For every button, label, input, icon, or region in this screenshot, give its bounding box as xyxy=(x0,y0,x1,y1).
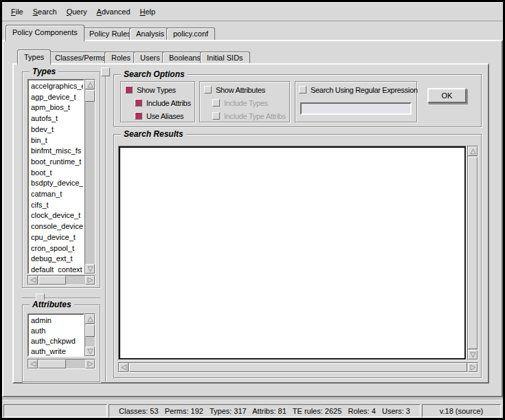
menu-search[interactable]: Search xyxy=(28,3,62,21)
scroll-up-icon xyxy=(470,148,476,155)
scroll-left-button[interactable] xyxy=(28,360,38,368)
include-attribs-checkbox[interactable]: Include Attribs xyxy=(135,98,191,107)
menu-help[interactable]: Help xyxy=(135,3,161,21)
list-item[interactable]: apm_bios_t xyxy=(31,102,83,113)
regex-checkbox[interactable]: Search Using Regular Expression xyxy=(299,85,418,94)
list-item[interactable]: accelgraphics_e xyxy=(31,81,83,92)
scroll-down-icon xyxy=(87,349,93,355)
list-item[interactable]: catman_t xyxy=(31,189,83,200)
list-item[interactable]: auth_chkpwd xyxy=(31,336,83,346)
list-item[interactable]: boot_t xyxy=(31,168,83,179)
menu-query-rest: uery xyxy=(72,8,87,16)
scroll-right-icon xyxy=(87,277,93,283)
scrollbar-thumb[interactable] xyxy=(38,360,66,368)
scrollbar-thumb[interactable] xyxy=(85,324,95,337)
list-item[interactable]: console_device_ xyxy=(31,221,83,232)
list-item[interactable]: cpu_device_t xyxy=(31,232,83,243)
regex-input[interactable] xyxy=(300,102,412,115)
include-type-attribs-checkbox[interactable]: Include Type Attribs xyxy=(212,111,286,120)
app-window: File Search Query Advanced Help Policy C… xyxy=(0,0,505,420)
scroll-right-button[interactable] xyxy=(85,360,95,368)
list-item[interactable]: binfmt_misc_fs xyxy=(31,146,83,157)
scroll-up-button[interactable] xyxy=(85,314,95,324)
status-stats: Classes: 53 Perms: 192 Types: 317 Attrib… xyxy=(109,404,420,417)
scroll-left-button[interactable] xyxy=(28,276,38,285)
scroll-down-icon xyxy=(87,266,93,272)
menu-search-hotkey: S xyxy=(33,8,38,16)
list-item[interactable]: clock_device_t xyxy=(31,210,83,221)
scrollbar-thumb[interactable] xyxy=(468,157,478,349)
results-vertical-scrollbar[interactable] xyxy=(467,146,478,360)
checkbox-indicator xyxy=(204,86,212,93)
attributes-listbox[interactable]: admin auth auth_chkpwd auth_write change… xyxy=(27,313,85,357)
list-item[interactable]: cifs_t xyxy=(31,200,83,211)
menu-advanced-hotkey: A xyxy=(97,8,102,16)
list-item[interactable]: boot_runtime_t xyxy=(31,157,83,168)
tab-policy-components[interactable]: Policy Components xyxy=(5,25,85,41)
attributes-vertical-scrollbar[interactable] xyxy=(85,313,96,357)
tab-roles[interactable]: Roles xyxy=(104,52,137,63)
tab-initial-sids[interactable]: Initial SIDs xyxy=(200,52,250,63)
use-aliases-checkbox[interactable]: Use Aliases xyxy=(135,111,183,120)
scrollbar-thumb[interactable] xyxy=(85,90,95,102)
menu-file-rest: ile xyxy=(16,8,23,16)
checkbox-indicator xyxy=(299,86,306,93)
attributes-horizontal-scrollbar[interactable] xyxy=(27,359,96,369)
menu-bar: File Search Query Advanced Help xyxy=(2,2,503,21)
tab-types[interactable]: Types xyxy=(17,49,51,65)
search-results-frame-label: Search Results xyxy=(121,129,186,139)
include-attribs-label: Include Attribs xyxy=(146,99,191,107)
regex-label: Search Using Regular Expression xyxy=(311,86,418,94)
show-attributes-checkbox[interactable]: Show Attributes xyxy=(204,85,265,94)
scroll-right-icon xyxy=(87,361,93,367)
include-types-label: Include Types xyxy=(224,99,268,107)
results-horizontal-scrollbar[interactable] xyxy=(118,362,478,373)
types-horizontal-scrollbar[interactable] xyxy=(27,275,96,285)
tab-analysis[interactable]: Analysis xyxy=(129,27,171,40)
menu-query[interactable]: Query xyxy=(62,3,92,21)
status-left-box xyxy=(3,404,107,417)
ok-button[interactable]: OK xyxy=(427,88,467,103)
tab-policy-conf[interactable]: policy.conf xyxy=(166,27,215,40)
vertical-sash-handle[interactable] xyxy=(101,67,110,76)
scroll-right-button[interactable] xyxy=(85,276,95,285)
list-item[interactable]: cron_spool_t xyxy=(31,243,83,254)
scroll-left-button[interactable] xyxy=(119,363,128,372)
scroll-down-button[interactable] xyxy=(85,264,95,274)
list-item[interactable]: default_context xyxy=(31,265,83,274)
list-item[interactable]: admin xyxy=(31,316,83,326)
scroll-down-button[interactable] xyxy=(85,346,95,356)
list-item[interactable]: bsdpty_device_ xyxy=(31,178,83,189)
menu-file[interactable]: File xyxy=(6,3,28,21)
menu-advanced[interactable]: Advanced xyxy=(92,3,135,21)
checkbox-indicator xyxy=(135,99,142,107)
show-types-checkbox[interactable]: Show Types xyxy=(125,85,176,94)
show-attributes-label: Show Attributes xyxy=(216,86,265,94)
vertical-sash-line xyxy=(105,73,106,382)
app-root: File Search Query Advanced Help Policy C… xyxy=(2,2,503,418)
menu-file-hotkey: F xyxy=(11,8,16,16)
list-item[interactable]: bdev_t xyxy=(31,124,83,135)
include-types-checkbox[interactable]: Include Types xyxy=(212,98,268,107)
list-item[interactable]: agp_device_t xyxy=(31,92,83,103)
status-version: v.18 (source) xyxy=(422,404,501,417)
list-item[interactable]: debug_ext_t xyxy=(31,254,83,265)
list-item[interactable]: auth xyxy=(31,326,83,336)
scroll-up-button[interactable] xyxy=(85,80,95,89)
search-results-textarea[interactable] xyxy=(118,146,467,360)
list-item[interactable]: auth_write xyxy=(31,346,83,357)
scrollbar-thumb[interactable] xyxy=(38,276,66,285)
list-item[interactable]: autofs_t xyxy=(31,113,83,124)
scroll-up-button[interactable] xyxy=(468,146,478,156)
scroll-up-icon xyxy=(87,82,93,88)
scrollbar-thumb[interactable] xyxy=(129,363,467,372)
scroll-right-button[interactable] xyxy=(468,363,478,372)
checkbox-indicator xyxy=(212,99,220,107)
search-options-frame-label: Search Options xyxy=(121,69,188,79)
tab-classes-perms[interactable]: Classes/Perms xyxy=(48,52,113,63)
scroll-down-icon xyxy=(470,352,476,358)
types-listbox[interactable]: accelgraphics_e agp_device_t apm_bios_t … xyxy=(27,79,85,274)
types-vertical-scrollbar[interactable] xyxy=(85,79,96,274)
list-item[interactable]: bin_t xyxy=(31,135,83,146)
scroll-down-button[interactable] xyxy=(468,350,478,360)
